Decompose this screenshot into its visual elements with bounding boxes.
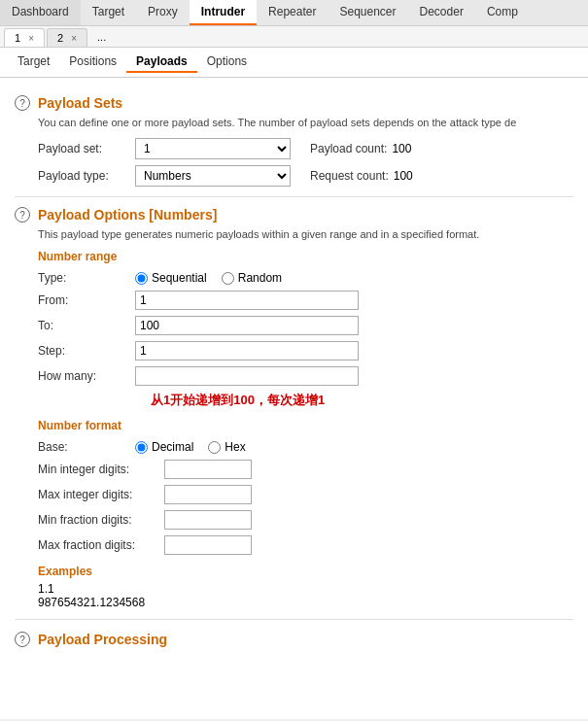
example-2: 987654321.1234568 [38, 596, 573, 609]
tab-1-close[interactable]: × [28, 33, 34, 44]
to-label: To: [38, 319, 135, 332]
tab-2[interactable]: 2 × [47, 28, 87, 47]
min-frac-input[interactable] [164, 510, 252, 530]
to-row: To: [38, 316, 573, 335]
step-row: Step: [38, 341, 573, 360]
max-int-input[interactable] [164, 485, 252, 504]
type-row: Type: Sequential Random [38, 271, 573, 285]
step-input[interactable] [135, 341, 359, 360]
payload-processing-title: Payload Processing [38, 632, 167, 647]
sequential-radio-label[interactable]: Sequential [135, 271, 207, 285]
payload-sets-title: Payload Sets [38, 95, 122, 111]
min-int-label: Min integer digits: [38, 463, 164, 476]
tab-more[interactable]: ... [89, 28, 114, 47]
nav-dashboard[interactable]: Dashboard [0, 0, 81, 25]
subnav-payloads[interactable]: Payloads [126, 52, 197, 73]
payload-sets-desc: You can define one or more payload sets.… [38, 117, 573, 128]
min-int-row: Min integer digits: [38, 460, 573, 479]
decimal-radio[interactable] [135, 441, 148, 454]
subnav-options[interactable]: Options [197, 52, 257, 73]
decimal-radio-label[interactable]: Decimal [135, 440, 193, 454]
payload-sets-header: ? Payload Sets [15, 95, 573, 111]
tab-bar: 1 × 2 × ... [0, 26, 588, 48]
payload-options-desc: This payload type generates numeric payl… [38, 228, 573, 240]
max-frac-label: Max fraction digits: [38, 538, 164, 552]
payload-type-select[interactable]: Numbers Simple list Runtime file Custom … [135, 165, 291, 187]
payload-set-row: Payload set: 1 2 3 4 Payload count: 100 [38, 138, 573, 159]
tab-1-label: 1 [15, 32, 20, 44]
how-many-input[interactable] [135, 366, 359, 386]
random-radio[interactable] [222, 272, 234, 285]
payload-processing-help[interactable]: ? [15, 632, 30, 647]
max-int-row: Max integer digits: [38, 485, 573, 504]
step-label: Step: [38, 344, 135, 358]
hex-radio[interactable] [208, 441, 221, 454]
payload-count-label: Payload count: [310, 142, 387, 155]
payload-sets-help[interactable]: ? [15, 95, 30, 111]
tab-2-label: 2 [57, 32, 63, 44]
min-frac-label: Min fraction digits: [38, 513, 164, 527]
payload-count-value: 100 [392, 142, 411, 155]
payload-options-help[interactable]: ? [15, 207, 30, 223]
nav-target[interactable]: Target [81, 0, 136, 25]
hex-label: Hex [225, 440, 245, 454]
tab-2-close[interactable]: × [71, 33, 77, 44]
annotation-text: 从1开始递增到100，每次递增1 [151, 392, 573, 409]
request-count-value: 100 [394, 169, 413, 183]
main-content: ? Payload Sets You can define one or mor… [0, 78, 588, 719]
to-input[interactable] [135, 316, 359, 335]
nav-proxy[interactable]: Proxy [136, 0, 190, 25]
request-count-label: Request count: [310, 169, 389, 183]
how-many-label: How many: [38, 369, 135, 383]
subnav-target[interactable]: Target [8, 52, 59, 73]
payload-type-label: Payload type: [38, 169, 135, 183]
payload-options-title: Payload Options [Numbers] [38, 207, 217, 223]
random-label: Random [238, 271, 282, 285]
sequential-radio[interactable] [135, 272, 148, 285]
max-frac-row: Max fraction digits: [38, 535, 573, 555]
base-row: Base: Decimal Hex [38, 440, 573, 454]
max-frac-input[interactable] [164, 535, 252, 555]
divider-2 [15, 619, 573, 620]
sub-nav: Target Positions Payloads Options [0, 48, 588, 78]
type-label: Type: [38, 271, 135, 285]
examples-section: Examples 1.1 987654321.1234568 [38, 565, 573, 609]
nav-repeater[interactable]: Repeater [257, 0, 328, 25]
type-radio-group: Sequential Random [135, 271, 282, 285]
base-label: Base: [38, 440, 135, 454]
top-nav: Dashboard Target Proxy Intruder Repeater… [0, 0, 588, 26]
from-input[interactable] [135, 291, 359, 310]
payload-set-select[interactable]: 1 2 3 4 [135, 138, 291, 159]
nav-decoder[interactable]: Decoder [408, 0, 475, 25]
number-format-label: Number format [38, 419, 573, 432]
examples-title: Examples [38, 565, 573, 578]
base-radio-group: Decimal Hex [135, 440, 246, 454]
payload-options-header: ? Payload Options [Numbers] [15, 207, 573, 223]
min-int-input[interactable] [164, 460, 252, 479]
from-label: From: [38, 293, 135, 307]
divider-1 [15, 196, 573, 197]
nav-sequencer[interactable]: Sequencer [328, 0, 407, 25]
subnav-positions[interactable]: Positions [59, 52, 126, 73]
nav-comp[interactable]: Comp [475, 0, 530, 25]
decimal-label: Decimal [152, 440, 193, 454]
min-frac-row: Min fraction digits: [38, 510, 573, 530]
random-radio-label[interactable]: Random [222, 271, 282, 285]
nav-intruder[interactable]: Intruder [190, 0, 257, 25]
sequential-label: Sequential [152, 271, 207, 285]
payload-type-row: Payload type: Numbers Simple list Runtim… [38, 165, 573, 187]
payload-processing-header: ? Payload Processing [15, 632, 573, 647]
payload-set-label: Payload set: [38, 142, 135, 155]
hex-radio-label[interactable]: Hex [208, 440, 245, 454]
tab-1[interactable]: 1 × [4, 28, 45, 47]
number-range-label: Number range [38, 250, 573, 263]
example-1: 1.1 [38, 582, 573, 596]
max-int-label: Max integer digits: [38, 488, 164, 501]
how-many-row: How many: [38, 366, 573, 386]
from-row: From: [38, 291, 573, 310]
